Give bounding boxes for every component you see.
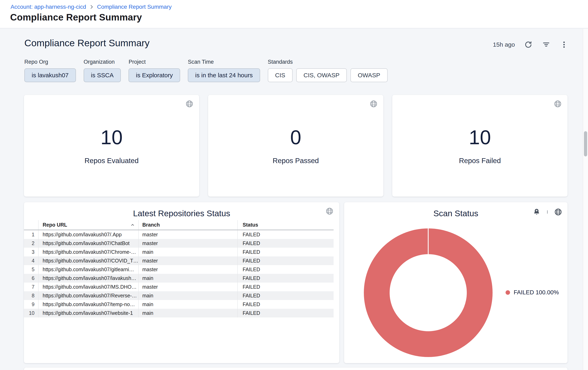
stat-value: 0 <box>290 127 301 147</box>
latest-repositories-card: Latest Repositories Status Repo URL Bran… <box>24 202 339 363</box>
filter-group-scan-time: Scan Time is in the last 24 hours <box>188 59 260 82</box>
table-row: 2 https://github.com/lavakush07/ChatBot … <box>24 239 334 248</box>
cell-branch: master <box>139 265 238 274</box>
cell-status: FAILED <box>238 230 334 239</box>
alert-bell-add-icon[interactable] <box>533 208 541 216</box>
filter-chip-scan-time[interactable]: is in the last 24 hours <box>188 68 260 82</box>
stat-value: 10 <box>469 127 491 147</box>
filter-label: Standards <box>268 59 388 65</box>
cell-branch: main <box>139 248 238 256</box>
stat-label: Repos Passed <box>273 157 319 165</box>
cell-repo-url: https://github.com/lavakush07/lavakush… <box>39 274 139 283</box>
vertical-scrollbar-track[interactable] <box>583 29 588 370</box>
table-row: 10 https://github.com/lavakush07/website… <box>24 309 334 318</box>
breadcrumb-current-link[interactable]: Compliance Report Summary <box>97 4 172 10</box>
cell-status: FAILED <box>238 239 334 248</box>
compliance-dashboard-page: Account: app-harness-ng-cicd Compliance … <box>0 0 588 370</box>
filter-group-repo-org: Repo Org is lavakush07 <box>24 59 76 82</box>
table-card-title: Latest Repositories Status <box>24 202 339 218</box>
cell-repo-url: https://github.com/lavakush07/Reverse-… <box>39 291 139 300</box>
row-number: 6 <box>24 274 39 283</box>
cell-branch: master <box>139 230 238 239</box>
donut-slice-boundary <box>428 228 429 254</box>
row-number: 4 <box>24 256 39 265</box>
table-row: 4 https://github.com/lavakush07/COVID_T…… <box>24 256 334 265</box>
cell-repo-url: https://github.com/lavakush07/.App <box>39 230 139 239</box>
filter-chip-standards-cis[interactable]: CIS <box>268 68 293 82</box>
sort-ascending-icon[interactable] <box>130 222 135 227</box>
table-row: 6 https://github.com/lavakush07/lavakush… <box>24 274 334 283</box>
vertical-scrollbar-thumb[interactable] <box>584 131 587 156</box>
cell-status: FAILED <box>238 300 334 309</box>
row-number: 3 <box>24 248 39 256</box>
cell-branch: main <box>139 300 238 309</box>
filter-chip-organization[interactable]: is SSCA <box>84 68 121 82</box>
cell-repo-url: https://github.com/lavakush07/COVID_T… <box>39 256 139 265</box>
filter-chip-standards-cis-owasp[interactable]: CIS, OWASP <box>296 68 347 82</box>
cell-branch: master <box>139 239 238 248</box>
stat-card-repos-evaluated: 10 Repos Evaluated <box>24 95 199 197</box>
column-header-repo-url[interactable]: Repo URL <box>39 220 139 230</box>
cell-repo-url: https://github.com/lavakush07/website-1 <box>39 309 139 318</box>
scan-card-actions <box>533 208 562 216</box>
row-number-header <box>24 220 39 230</box>
cell-status: FAILED <box>238 248 334 256</box>
page-header: Account: app-harness-ng-cicd Compliance … <box>0 0 588 28</box>
stat-value: 10 <box>101 127 123 147</box>
table-row: 3 https://github.com/lavakush07/Chrome-…… <box>24 248 334 256</box>
filter-chip-project[interactable]: is Exploratory <box>128 68 180 82</box>
stat-card-repos-passed: 0 Repos Passed <box>208 95 383 197</box>
last-refresh-time: 15h ago <box>493 41 515 48</box>
row-number: 1 <box>24 230 39 239</box>
filter-group-standards: Standards CIS CIS, OWASP OWASP <box>268 59 388 82</box>
globe-icon[interactable] <box>326 207 334 215</box>
cell-repo-url: https://github.com/lavakush07/temp-no… <box>39 300 139 309</box>
breadcrumb-account-link[interactable]: Account: app-harness-ng-cicd <box>10 4 86 10</box>
cell-status: FAILED <box>238 274 334 283</box>
refresh-icon[interactable] <box>524 40 533 49</box>
scan-status-donut-chart[interactable] <box>364 228 493 357</box>
globe-icon[interactable] <box>554 208 562 216</box>
cell-status: FAILED <box>238 291 334 300</box>
table-row: 9 https://github.com/lavakush07/temp-no…… <box>24 300 334 309</box>
stat-label: Repos Evaluated <box>84 157 139 165</box>
cell-repo-url: https://github.com/lavakush07/ChatBot <box>39 239 139 248</box>
row-number: 5 <box>24 265 39 274</box>
globe-icon[interactable] <box>369 100 378 108</box>
table-header-row: Repo URL Branch Status <box>24 220 334 230</box>
filter-label: Scan Time <box>188 59 260 65</box>
chart-legend: FAILED 100.00% <box>505 289 559 296</box>
cell-repo-url: https://github.com/lavakush07/Chrome-… <box>39 248 139 256</box>
filter-bar: Repo Org is lavakush07 Organization is S… <box>24 59 388 82</box>
globe-icon[interactable] <box>185 100 193 108</box>
kebab-menu-icon[interactable] <box>546 208 549 216</box>
filter-chip-repo-org[interactable]: is lavakush07 <box>24 68 76 82</box>
column-header-label: Repo URL <box>43 222 67 228</box>
cell-status: FAILED <box>238 309 334 318</box>
cell-branch: main <box>139 274 238 283</box>
stat-cards-row: 10 Repos Evaluated 0 Repos Passed 10 Rep… <box>24 95 567 197</box>
legend-color-swatch <box>505 290 510 295</box>
chevron-right-icon <box>89 4 94 10</box>
cell-repo-url: https://github.com/lavakush07/MS.DHO… <box>39 283 139 291</box>
cell-branch: master <box>139 283 238 291</box>
filter-icon[interactable] <box>542 40 551 49</box>
stat-card-repos-failed: 10 Repos Failed <box>392 95 567 197</box>
table-row: 8 https://github.com/lavakush07/Reverse-… <box>24 291 334 300</box>
cell-status: FAILED <box>238 265 334 274</box>
filter-chip-standards-owasp[interactable]: OWASP <box>350 68 388 82</box>
filter-group-project: Project is Exploratory <box>128 59 180 82</box>
row-number: 2 <box>24 239 39 248</box>
next-card-peek <box>24 368 567 370</box>
column-header-branch[interactable]: Branch <box>139 220 238 230</box>
table-row: 1 https://github.com/lavakush07/.App mas… <box>24 230 334 239</box>
row-number: 8 <box>24 291 39 300</box>
globe-icon[interactable] <box>554 100 562 108</box>
filter-label: Project <box>128 59 180 65</box>
row-number: 9 <box>24 300 39 309</box>
kebab-menu-icon[interactable] <box>560 40 568 49</box>
cell-branch: master <box>139 256 238 265</box>
cell-status: FAILED <box>238 283 334 291</box>
column-header-status[interactable]: Status <box>238 220 334 230</box>
cell-branch: main <box>139 309 238 318</box>
